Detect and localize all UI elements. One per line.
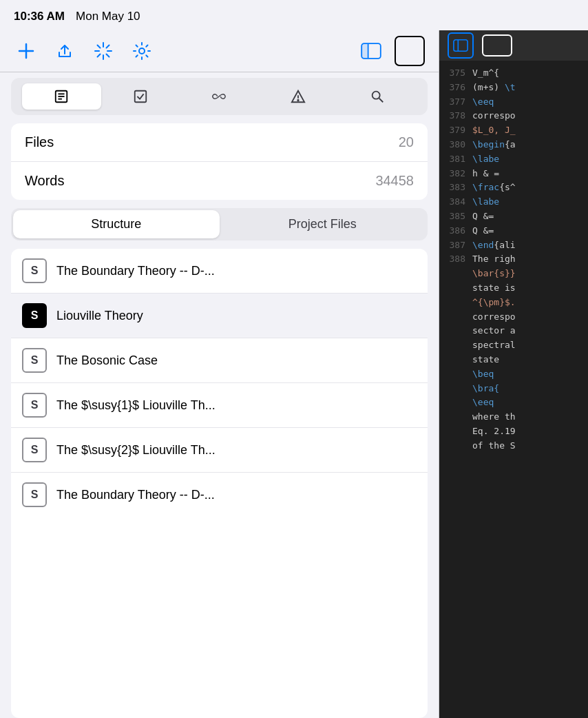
editor-sidebar-icon[interactable] xyxy=(448,32,474,59)
code-line: state is xyxy=(472,281,582,296)
segment-control: Structure Project Files xyxy=(11,208,428,240)
line-number: 378 xyxy=(445,109,465,123)
file-item[interactable]: SLiouville Theory xyxy=(11,294,428,338)
code-line: \begin{a xyxy=(472,138,582,152)
settings-button[interactable] xyxy=(129,39,154,63)
line-number: 387 xyxy=(445,238,465,253)
tab-infinity[interactable] xyxy=(180,83,259,110)
code-line: \bra{ xyxy=(472,382,582,396)
sidebar-icon xyxy=(360,40,382,62)
sidebar-toggle-button[interactable] xyxy=(356,36,386,66)
file-name: The $\susy{2}$ Liouville Th... xyxy=(56,443,216,458)
status-bar: 10:36 AM Mon May 10 xyxy=(0,0,588,30)
words-label: Words xyxy=(25,173,64,189)
svg-line-9 xyxy=(98,54,101,57)
words-value: 34458 xyxy=(375,173,414,189)
line-number: 386 xyxy=(445,224,465,238)
magic-button[interactable] xyxy=(91,39,116,63)
svg-rect-13 xyxy=(361,43,368,59)
file-icon: S xyxy=(22,393,47,418)
code-line: where th xyxy=(472,410,582,424)
file-name: The Bosonic Case xyxy=(56,353,158,368)
toolbar xyxy=(0,30,439,72)
tab-search[interactable] xyxy=(337,83,417,110)
code-area: 3753763773783793803813823833843853863873… xyxy=(439,61,588,718)
file-name: The Boundary Theory -- D-... xyxy=(56,488,215,502)
code-line: spectral xyxy=(472,338,582,353)
file-name: The Boundary Theory -- D-... xyxy=(56,264,215,278)
code-line: \labe xyxy=(472,195,582,209)
line-number: 379 xyxy=(445,123,465,138)
code-line: Eq. 2.19 xyxy=(472,424,582,439)
svg-line-23 xyxy=(379,99,383,103)
file-name: The $\susy{1}$ Liouville Th... xyxy=(56,398,216,413)
toolbar-divider xyxy=(0,72,439,72)
code-line: \eeq xyxy=(472,396,582,410)
file-item[interactable]: SThe $\susy{2}$ Liouville Th... xyxy=(11,428,428,473)
tab-files[interactable] xyxy=(22,83,101,110)
tab-warning[interactable] xyxy=(259,83,338,110)
tab-check[interactable] xyxy=(101,83,180,110)
segment-structure[interactable]: Structure xyxy=(13,210,220,238)
stats-card: Files 20 Words 34458 xyxy=(11,123,428,200)
sparkle-icon xyxy=(94,41,113,61)
share-button[interactable] xyxy=(52,39,77,63)
line-number: 375 xyxy=(445,66,465,81)
code-line: \bar{s}} xyxy=(472,267,582,281)
code-line: (m+s) \t xyxy=(472,81,582,95)
file-item[interactable]: SThe $\susy{1}$ Liouville Th... xyxy=(11,383,428,428)
check-tab-icon xyxy=(133,89,148,104)
infinity-tab-icon xyxy=(211,89,227,104)
code-line: sector a xyxy=(472,324,582,338)
code-content: V_m^{(m+s) \t\eeqcorrespo$L_0, J_\begin{… xyxy=(470,61,588,718)
segment-project-files[interactable]: Project Files xyxy=(220,210,426,238)
left-panel: Files 20 Words 34458 Structure Project F… xyxy=(0,30,439,718)
code-line: Q &= xyxy=(472,224,582,238)
line-number: 377 xyxy=(445,95,465,110)
svg-rect-14 xyxy=(400,43,419,59)
line-number: 382 xyxy=(445,167,465,181)
line-number: 376 xyxy=(445,81,465,95)
line-numbers: 3753763773783793803813823833843853863873… xyxy=(439,61,470,718)
code-line: \eeq xyxy=(472,95,582,110)
svg-rect-24 xyxy=(454,40,468,52)
svg-line-7 xyxy=(107,54,109,57)
line-number: 383 xyxy=(445,181,465,195)
svg-line-6 xyxy=(98,45,101,48)
file-icon: S xyxy=(22,438,47,462)
editor-panel-icon[interactable] xyxy=(482,34,512,57)
code-line: \frac{s^ xyxy=(472,181,582,195)
panel-icon xyxy=(399,40,421,62)
code-line: correspo xyxy=(472,109,582,123)
files-label: Files xyxy=(25,134,54,150)
code-line: ^{\pm}$. xyxy=(472,296,582,310)
right-panel: 3753763773783793803813823833843853863873… xyxy=(439,30,588,718)
svg-line-8 xyxy=(107,45,109,48)
file-name: Liouville Theory xyxy=(56,309,143,323)
code-line: The righ xyxy=(472,252,582,267)
code-line: Q &= xyxy=(472,209,582,224)
toolbar-right xyxy=(356,36,425,66)
editor-sidebar-svg xyxy=(453,38,468,53)
tab-bar xyxy=(11,78,428,115)
file-item[interactable]: SThe Boundary Theory -- D-... xyxy=(11,473,428,517)
code-line: of the S xyxy=(472,439,582,453)
main-layout: Files 20 Words 34458 Structure Project F… xyxy=(0,30,588,718)
words-stat-row: Words 34458 xyxy=(11,161,428,200)
file-icon: S xyxy=(22,482,47,507)
files-tab-icon xyxy=(54,89,69,104)
code-line: V_m^{ xyxy=(472,66,582,81)
add-button[interactable] xyxy=(14,39,39,63)
panel-toggle-button[interactable] xyxy=(395,36,425,66)
code-header xyxy=(439,30,588,61)
svg-rect-19 xyxy=(135,91,147,103)
line-number: 381 xyxy=(445,152,465,167)
line-number: 384 xyxy=(445,195,465,209)
svg-point-22 xyxy=(372,92,379,99)
code-line: state xyxy=(472,353,582,367)
file-item[interactable]: SThe Bosonic Case xyxy=(11,338,428,383)
file-item[interactable]: SThe Boundary Theory -- D-... xyxy=(11,249,428,294)
code-line: \end{ali xyxy=(472,238,582,253)
share-icon xyxy=(55,41,74,61)
warning-tab-icon xyxy=(291,89,306,104)
